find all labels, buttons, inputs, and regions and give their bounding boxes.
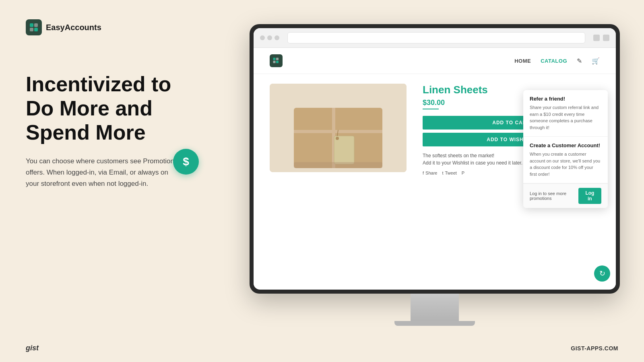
- dot-yellow: [267, 35, 272, 40]
- promo-account-title: Create a Customer Account!: [530, 142, 601, 148]
- shop-logo: [270, 54, 283, 67]
- tweet-button[interactable]: t Tweet: [442, 171, 456, 175]
- svg-rect-12: [334, 136, 354, 164]
- monitor-wrapper: HOME CATALOG ✎ 🛒: [250, 24, 620, 326]
- share-button[interactable]: f Share: [423, 171, 437, 175]
- promo-refer-desc: Share your custom referral link and earn…: [530, 104, 601, 131]
- promo-account-desc: When you create a customer account on ou…: [530, 151, 601, 177]
- nav-account-icon[interactable]: ✎: [577, 57, 582, 65]
- left-content: Incentivized to Do More and Spend More Y…: [26, 72, 179, 190]
- dollar-badge: $: [173, 149, 199, 175]
- app-name: EasyAccounts: [46, 23, 101, 32]
- product-image-container: [270, 84, 407, 172]
- promo-refer-title: Refer a friend!: [530, 96, 601, 102]
- svg-rect-3: [34, 28, 38, 31]
- price-divider: [423, 109, 439, 109]
- nav-home[interactable]: HOME: [514, 58, 531, 64]
- main-headline: Incentivized to Do More and Spend More: [26, 72, 179, 144]
- logo-icon: [26, 19, 42, 35]
- dollar-symbol: $: [183, 155, 189, 168]
- url-bar[interactable]: [287, 32, 585, 43]
- monitor-stand: [411, 294, 459, 326]
- browser-dots: [260, 35, 279, 40]
- shop-nav-links: HOME CATALOG ✎ 🛒: [514, 57, 600, 65]
- browser-action-1: [593, 35, 600, 41]
- pinterest-icon: P: [462, 171, 464, 175]
- svg-rect-0: [30, 23, 33, 27]
- browser-chrome: [254, 28, 616, 48]
- promo-refer-section: Refer a friend! Share your custom referr…: [523, 90, 608, 137]
- twitter-icon: t: [442, 171, 443, 175]
- svg-rect-4: [273, 58, 276, 60]
- shop-page: HOME CATALOG ✎ 🛒: [254, 48, 616, 289]
- product-area: Linen Sheets $30.00 ADD TO CART ADD TO W…: [254, 74, 616, 287]
- svg-rect-2: [30, 28, 33, 31]
- dot-green: [275, 35, 279, 40]
- svg-point-13: [336, 137, 339, 140]
- svg-rect-5: [276, 58, 279, 60]
- svg-rect-15: [294, 162, 382, 168]
- promo-footer: Log in to see more promotions Log in: [523, 183, 608, 208]
- svg-rect-1: [34, 23, 38, 27]
- login-button[interactable]: Log in: [578, 188, 601, 204]
- dot-red: [260, 35, 265, 40]
- monitor: HOME CATALOG ✎ 🛒: [250, 24, 620, 294]
- gist-brand: gist: [26, 344, 39, 352]
- browser-actions: [593, 35, 609, 41]
- shop-nav: HOME CATALOG ✎ 🛒: [254, 48, 616, 74]
- facebook-icon: f: [423, 171, 424, 175]
- top-logo: EasyAccounts: [26, 19, 101, 35]
- sub-text: You can choose where customers see Promo…: [26, 156, 179, 189]
- nav-cart-icon[interactable]: 🛒: [592, 57, 600, 65]
- gist-url: GIST-APPS.COM: [571, 345, 618, 352]
- browser-action-2: [603, 35, 609, 41]
- monitor-screen: HOME CATALOG ✎ 🛒: [254, 28, 616, 290]
- refresh-badge[interactable]: ↻: [594, 265, 610, 282]
- promo-account-section: Create a Customer Account! When you crea…: [523, 137, 608, 183]
- bottom-bar: gist GIST-APPS.COM: [0, 344, 644, 352]
- promo-footer-text: Log in to see more promotions: [530, 191, 578, 201]
- svg-rect-7: [276, 61, 279, 63]
- nav-catalog[interactable]: CATALOG: [541, 58, 567, 64]
- promo-popup: Refer a friend! Share your custom referr…: [523, 90, 608, 208]
- pinterest-button[interactable]: P: [462, 171, 464, 175]
- svg-rect-6: [273, 61, 276, 63]
- refresh-icon: ↻: [599, 269, 605, 278]
